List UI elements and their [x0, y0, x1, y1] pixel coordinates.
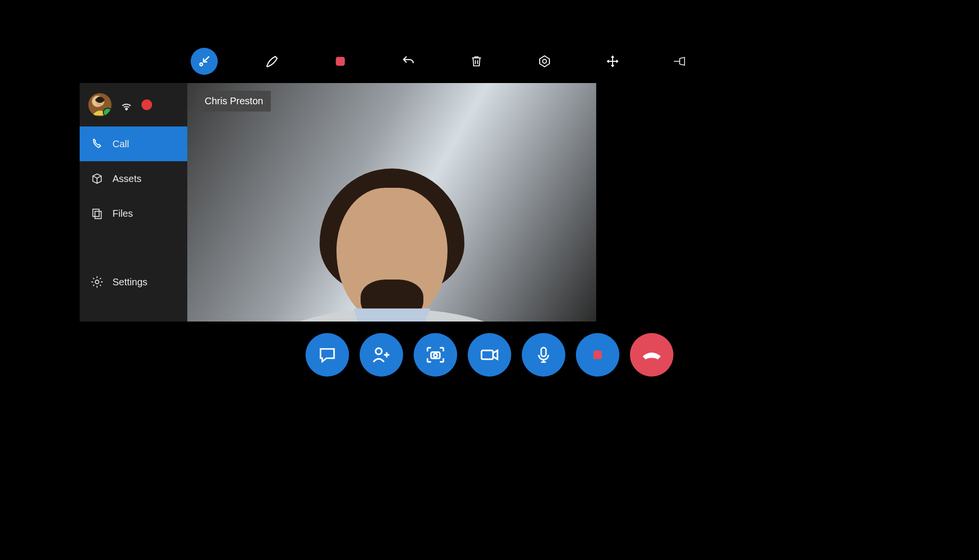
- add-participant-button[interactable]: [360, 333, 403, 377]
- call-window: Call Assets: [80, 83, 596, 322]
- toolbar-minimize-window[interactable]: [191, 48, 218, 75]
- user-avatar[interactable]: [88, 93, 112, 116]
- pin-icon: [673, 55, 688, 68]
- capture-button[interactable]: [414, 333, 457, 377]
- toolbar-pin[interactable]: [667, 48, 694, 75]
- pen-icon: [265, 54, 280, 69]
- call-controls: [0, 333, 979, 377]
- camera-capture-icon: [425, 344, 446, 365]
- record-call-button[interactable]: [576, 333, 619, 377]
- focus-target-icon: [537, 54, 552, 69]
- chat-button[interactable]: [306, 333, 349, 377]
- sidebar-item-label: Settings: [112, 277, 147, 288]
- svg-point-0: [200, 63, 203, 66]
- svg-point-9: [376, 348, 382, 354]
- svg-point-8: [95, 280, 98, 283]
- video-toggle-button[interactable]: [468, 333, 511, 377]
- participant-name-badge: Chris Preston: [197, 91, 271, 112]
- avatar-placeholder-icon: [88, 93, 112, 116]
- toolbar-move[interactable]: [599, 48, 626, 75]
- signal-icon: [120, 98, 133, 111]
- gear-icon: [90, 275, 104, 289]
- mic-icon: [534, 344, 553, 365]
- svg-marker-2: [540, 56, 549, 67]
- svg-rect-7: [95, 211, 101, 219]
- move-arrows-icon: [605, 54, 620, 69]
- undo-icon: [401, 54, 416, 69]
- sidebar-item-settings[interactable]: Settings: [80, 265, 187, 299]
- trash-icon: [470, 54, 483, 69]
- toolbar-undo[interactable]: [395, 48, 422, 75]
- svg-rect-13: [541, 348, 546, 356]
- svg-point-5: [126, 108, 127, 110]
- sidebar-header: [80, 83, 187, 126]
- svg-rect-12: [482, 350, 493, 359]
- toolbar-record[interactable]: [327, 48, 354, 75]
- toolbar-annotate-ink[interactable]: [259, 48, 286, 75]
- recording-indicator: [141, 99, 152, 110]
- toolbar-focus[interactable]: [531, 48, 558, 75]
- sidebar-item-call[interactable]: Call: [80, 126, 187, 161]
- add-person-icon: [371, 344, 392, 365]
- svg-rect-14: [593, 350, 602, 359]
- record-square-icon: [590, 348, 605, 362]
- end-call-button[interactable]: [630, 333, 673, 377]
- hangup-icon: [640, 345, 664, 364]
- sidebar-item-label: Call: [112, 139, 129, 150]
- participant-name: Chris Preston: [205, 96, 263, 106]
- svg-point-3: [543, 59, 546, 63]
- mic-toggle-button[interactable]: [522, 333, 565, 377]
- toolbar-delete[interactable]: [463, 48, 490, 75]
- sidebar-item-assets[interactable]: Assets: [80, 161, 187, 196]
- remote-video: Chris Preston: [187, 83, 596, 322]
- chat-icon: [317, 345, 337, 365]
- minimize-arrow-icon: [197, 54, 211, 69]
- top-toolbar: [0, 46, 979, 77]
- svg-rect-6: [93, 209, 99, 216]
- svg-rect-1: [336, 57, 345, 66]
- video-icon: [479, 344, 500, 365]
- phone-icon: [90, 137, 104, 151]
- box-icon: [90, 172, 104, 185]
- sidebar-item-label: Assets: [112, 173, 141, 184]
- record-icon: [334, 55, 347, 68]
- sidebar-item-label: Files: [112, 208, 133, 219]
- sidebar: Call Assets: [80, 83, 187, 322]
- sidebar-item-files[interactable]: Files: [80, 196, 187, 231]
- svg-point-11: [434, 353, 437, 357]
- files-icon: [90, 207, 104, 220]
